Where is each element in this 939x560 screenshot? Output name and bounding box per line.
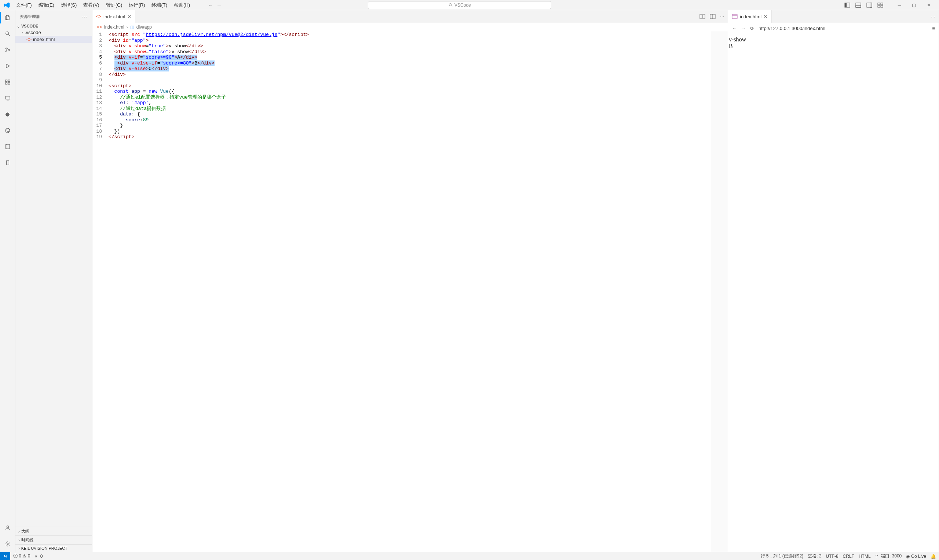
sidebar-title: 资源管理器 [20, 14, 40, 19]
svg-rect-11 [881, 6, 883, 7]
activity-run-debug-icon[interactable] [3, 62, 12, 70]
svg-rect-5 [856, 6, 861, 7]
menu-file[interactable]: 文件(F) [13, 1, 35, 9]
browser-back-icon[interactable]: ← [732, 26, 737, 31]
split-compare-icon[interactable] [700, 14, 705, 19]
svg-rect-34 [700, 14, 702, 19]
window-minimize-icon[interactable]: ─ [892, 0, 907, 10]
activity-edge-icon[interactable] [3, 126, 12, 135]
svg-point-12 [6, 32, 8, 35]
more-actions-icon[interactable]: ··· [931, 14, 935, 19]
vscode-logo-icon [3, 2, 10, 9]
customize-layout-icon[interactable] [877, 2, 883, 8]
activity-account-icon[interactable] [3, 523, 12, 532]
status-eol[interactable]: CRLF [843, 554, 854, 559]
symbol-field-icon: ◫ [130, 25, 134, 30]
status-spaces[interactable]: 空格: 2 [808, 553, 821, 559]
sidebar-section-timeline[interactable]: ›时间线 [15, 535, 92, 544]
svg-point-33 [7, 543, 8, 545]
svg-rect-10 [878, 6, 880, 7]
window-close-icon[interactable]: ✕ [921, 0, 936, 10]
close-icon[interactable]: ✕ [127, 14, 131, 19]
nav-forward-icon[interactable]: → [216, 2, 222, 8]
preview-line: v-show [729, 36, 938, 43]
browser-url[interactable]: http://127.0.0.1:3000/index.html [759, 26, 825, 31]
menu-go[interactable]: 转到(G) [103, 1, 125, 9]
sidebar-root[interactable]: ⌄ VSCODE [15, 23, 92, 29]
layout-panel-icon[interactable] [856, 2, 861, 8]
sidebar-section-keil: ›KEIL UVISION PROJECT [15, 544, 92, 552]
svg-rect-9 [881, 3, 883, 5]
browser-menu-icon[interactable]: ≡ [932, 26, 935, 31]
status-ports[interactable]: ᯤ 0 [34, 554, 43, 559]
activity-remote-explorer-icon[interactable] [3, 94, 12, 103]
status-bell-icon[interactable]: 🔔 [931, 554, 936, 559]
explorer-sidebar: 资源管理器 ··· ⌄ VSCODE › .vscode <> index.ht… [15, 10, 93, 552]
browser-tab-index-html[interactable]: index.html ✕ [728, 10, 772, 23]
status-errors[interactable]: ⓧ 0 ⚠ 0 [13, 553, 30, 559]
status-encoding[interactable]: UTF-8 [826, 554, 839, 559]
svg-rect-4 [856, 3, 861, 7]
minimap[interactable] [711, 31, 728, 552]
code-editor[interactable]: 12345678910111213141516171819 <script sr… [93, 31, 728, 552]
menu-select[interactable]: 选择(S) [58, 1, 80, 9]
editor-tab-index-html[interactable]: <> index.html ✕ [93, 10, 135, 23]
title-bar: 文件(F) 编辑(E) 选择(S) 查看(V) 转到(G) 运行(R) 终端(T… [0, 0, 939, 10]
browser-preview-icon [732, 14, 738, 19]
breadcrumb[interactable]: <> index.html › ◫ div#app [93, 23, 728, 31]
status-language[interactable]: HTML [859, 554, 871, 559]
search-placeholder: VSCode [455, 3, 471, 8]
chevron-right-icon: › [19, 538, 20, 542]
browser-toolbar: ← → ⟳ http://127.0.0.1:3000/index.html ≡ [728, 23, 939, 34]
activity-bookmark-icon[interactable] [3, 142, 12, 151]
browser-reload-icon[interactable]: ⟳ [750, 26, 754, 31]
tree-folder-vscode[interactable]: › .vscode [15, 29, 92, 36]
broadcast-icon: ᯤ [875, 554, 880, 558]
svg-point-16 [8, 49, 9, 50]
status-cursor[interactable]: 行 5，列 1 (已选择92) [761, 553, 804, 559]
close-icon[interactable]: ✕ [764, 14, 768, 19]
status-port-forward[interactable]: ᯤ 端口: 3000 [875, 553, 902, 559]
status-bar: ⓧ 0 ⚠ 0 ᯤ 0 行 5，列 1 (已选择92) 空格: 2 UTF-8 … [0, 552, 939, 560]
broadcast-icon: ◉ [906, 554, 910, 559]
layout-secondary-sidebar-icon[interactable] [867, 2, 872, 8]
activity-source-control-icon[interactable] [3, 45, 12, 54]
activity-cortex-icon[interactable] [3, 110, 12, 119]
menu-edit[interactable]: 编辑(E) [35, 1, 57, 9]
chevron-right-icon: › [126, 25, 128, 30]
chevron-right-icon: › [19, 529, 20, 534]
layout-primary-sidebar-icon[interactable] [844, 2, 850, 8]
svg-point-14 [6, 48, 6, 49]
status-remote-icon[interactable] [0, 552, 10, 560]
activity-device-icon[interactable] [3, 158, 12, 167]
svg-point-0 [449, 3, 452, 6]
split-editor-icon[interactable] [710, 14, 715, 19]
nav-back-icon[interactable]: ← [208, 2, 213, 8]
browser-forward-icon[interactable]: → [741, 26, 746, 31]
sidebar-section-outline[interactable]: ›大纲 [15, 527, 92, 535]
antenna-icon: ᯤ [34, 554, 39, 559]
activity-extensions-icon[interactable] [3, 78, 12, 86]
more-actions-icon[interactable]: ··· [720, 14, 724, 19]
menu-run[interactable]: 运行(R) [126, 1, 148, 9]
status-go-live[interactable]: ◉ Go Live [906, 554, 926, 559]
html-file-icon: <> [96, 14, 101, 19]
activity-explorer-icon[interactable] [3, 13, 12, 22]
sidebar-more-icon[interactable]: ··· [82, 15, 88, 19]
menu-view[interactable]: 查看(V) [80, 1, 102, 9]
activity-bar [0, 10, 15, 552]
menu-terminal[interactable]: 终端(T) [148, 1, 170, 9]
tree-file-index-html[interactable]: <> index.html [15, 36, 92, 43]
command-center[interactable]: VSCode [368, 1, 551, 9]
activity-search-icon[interactable] [3, 29, 12, 38]
menu-help[interactable]: 帮助(H) [171, 1, 193, 9]
search-icon [449, 3, 453, 7]
activity-settings-icon[interactable] [3, 540, 12, 548]
chevron-down-icon: ⌄ [17, 24, 20, 28]
window-maximize-icon[interactable]: ▢ [907, 0, 921, 10]
svg-rect-3 [845, 3, 846, 7]
svg-rect-20 [8, 80, 10, 82]
editor-group-left: <> index.html ✕ ··· <> index.html › ◫ di… [93, 10, 728, 552]
svg-rect-17 [6, 80, 7, 82]
svg-point-32 [6, 526, 8, 528]
